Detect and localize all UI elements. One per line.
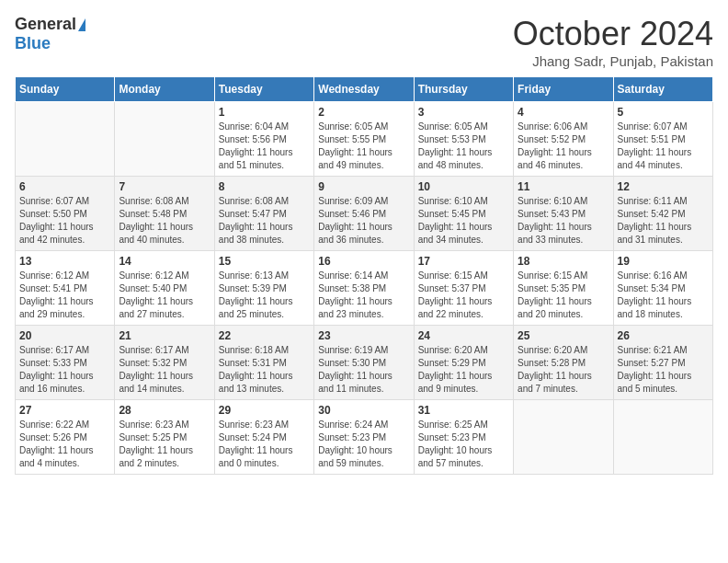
day-info: Sunrise: 6:23 AM Sunset: 5:25 PM Dayligh… (119, 419, 210, 470)
calendar-cell: 7Sunrise: 6:08 AM Sunset: 5:48 PM Daylig… (115, 177, 214, 251)
calendar-week-row: 27Sunrise: 6:22 AM Sunset: 5:26 PM Dayli… (16, 400, 713, 475)
day-info: Sunrise: 6:24 AM Sunset: 5:23 PM Dayligh… (318, 419, 409, 470)
day-number: 16 (318, 255, 409, 268)
day-number: 11 (518, 180, 609, 193)
day-info: Sunrise: 6:04 AM Sunset: 5:56 PM Dayligh… (219, 121, 310, 172)
calendar-cell: 17Sunrise: 6:15 AM Sunset: 5:37 PM Dayli… (414, 251, 513, 326)
logo-triangle-icon (78, 18, 85, 31)
calendar-cell: 27Sunrise: 6:22 AM Sunset: 5:26 PM Dayli… (16, 400, 115, 475)
calendar-header-friday: Friday (514, 77, 613, 102)
day-info: Sunrise: 6:17 AM Sunset: 5:33 PM Dayligh… (19, 344, 110, 396)
day-number: 4 (518, 106, 609, 119)
day-number: 15 (219, 255, 310, 268)
month-title: October 2024 (513, 15, 713, 53)
day-number: 9 (318, 180, 409, 193)
day-info: Sunrise: 6:17 AM Sunset: 5:32 PM Dayligh… (119, 344, 210, 396)
day-number: 6 (19, 180, 110, 193)
day-number: 13 (19, 255, 110, 268)
day-number: 29 (219, 404, 310, 417)
day-number: 12 (618, 180, 709, 193)
day-number: 18 (518, 255, 609, 268)
day-number: 24 (418, 329, 509, 342)
calendar-cell: 11Sunrise: 6:10 AM Sunset: 5:43 PM Dayli… (514, 177, 613, 251)
calendar-cell: 21Sunrise: 6:17 AM Sunset: 5:32 PM Dayli… (115, 326, 214, 400)
day-number: 3 (418, 106, 509, 119)
page-header: General Blue October 2024 Jhang Sadr, Pu… (15, 15, 713, 69)
calendar-week-row: 20Sunrise: 6:17 AM Sunset: 5:33 PM Dayli… (16, 326, 713, 400)
day-info: Sunrise: 6:08 AM Sunset: 5:48 PM Dayligh… (119, 195, 210, 247)
day-number: 19 (618, 255, 709, 268)
day-info: Sunrise: 6:20 AM Sunset: 5:28 PM Dayligh… (518, 344, 609, 396)
day-info: Sunrise: 6:25 AM Sunset: 5:23 PM Dayligh… (418, 419, 509, 470)
day-number: 20 (19, 329, 110, 342)
day-number: 14 (119, 255, 210, 268)
day-info: Sunrise: 6:10 AM Sunset: 5:45 PM Dayligh… (418, 195, 509, 247)
calendar-cell: 18Sunrise: 6:15 AM Sunset: 5:35 PM Dayli… (514, 251, 613, 326)
day-info: Sunrise: 6:10 AM Sunset: 5:43 PM Dayligh… (518, 195, 609, 247)
calendar-cell: 12Sunrise: 6:11 AM Sunset: 5:42 PM Dayli… (613, 177, 712, 251)
calendar-cell: 5Sunrise: 6:07 AM Sunset: 5:51 PM Daylig… (613, 102, 712, 177)
calendar-cell: 14Sunrise: 6:12 AM Sunset: 5:40 PM Dayli… (115, 251, 214, 326)
day-number: 1 (219, 106, 310, 119)
day-number: 10 (418, 180, 509, 193)
day-info: Sunrise: 6:12 AM Sunset: 5:41 PM Dayligh… (19, 270, 110, 321)
calendar-cell (16, 102, 115, 177)
calendar-cell: 15Sunrise: 6:13 AM Sunset: 5:39 PM Dayli… (214, 251, 313, 326)
calendar-cell: 23Sunrise: 6:19 AM Sunset: 5:30 PM Dayli… (314, 326, 414, 400)
day-info: Sunrise: 6:19 AM Sunset: 5:30 PM Dayligh… (318, 344, 409, 396)
calendar-week-row: 13Sunrise: 6:12 AM Sunset: 5:41 PM Dayli… (16, 251, 713, 326)
day-info: Sunrise: 6:13 AM Sunset: 5:39 PM Dayligh… (219, 270, 310, 321)
day-number: 17 (418, 255, 509, 268)
day-info: Sunrise: 6:15 AM Sunset: 5:35 PM Dayligh… (518, 270, 609, 321)
calendar-cell: 20Sunrise: 6:17 AM Sunset: 5:33 PM Dayli… (16, 326, 115, 400)
calendar-header-thursday: Thursday (414, 77, 513, 102)
calendar-table: SundayMondayTuesdayWednesdayThursdayFrid… (15, 76, 713, 475)
calendar-cell (514, 400, 613, 475)
day-info: Sunrise: 6:05 AM Sunset: 5:55 PM Dayligh… (318, 121, 409, 172)
calendar-cell: 24Sunrise: 6:20 AM Sunset: 5:29 PM Dayli… (414, 326, 513, 400)
day-info: Sunrise: 6:05 AM Sunset: 5:53 PM Dayligh… (418, 121, 509, 172)
calendar-cell: 29Sunrise: 6:23 AM Sunset: 5:24 PM Dayli… (214, 400, 313, 475)
calendar-cell: 30Sunrise: 6:24 AM Sunset: 5:23 PM Dayli… (314, 400, 414, 475)
day-number: 21 (119, 329, 210, 342)
calendar-cell: 16Sunrise: 6:14 AM Sunset: 5:38 PM Dayli… (314, 251, 414, 326)
calendar-header-row: SundayMondayTuesdayWednesdayThursdayFrid… (16, 77, 713, 102)
day-info: Sunrise: 6:22 AM Sunset: 5:26 PM Dayligh… (19, 419, 110, 470)
logo: General Blue (15, 15, 85, 53)
calendar-cell: 4Sunrise: 6:06 AM Sunset: 5:52 PM Daylig… (514, 102, 613, 177)
calendar-header-wednesday: Wednesday (314, 77, 414, 102)
calendar-cell: 28Sunrise: 6:23 AM Sunset: 5:25 PM Dayli… (115, 400, 214, 475)
calendar-cell (613, 400, 712, 475)
day-info: Sunrise: 6:21 AM Sunset: 5:27 PM Dayligh… (618, 344, 709, 396)
day-number: 8 (219, 180, 310, 193)
calendar-week-row: 1Sunrise: 6:04 AM Sunset: 5:56 PM Daylig… (16, 102, 713, 177)
calendar-cell: 25Sunrise: 6:20 AM Sunset: 5:28 PM Dayli… (514, 326, 613, 400)
day-number: 7 (119, 180, 210, 193)
calendar-cell: 1Sunrise: 6:04 AM Sunset: 5:56 PM Daylig… (214, 102, 313, 177)
logo-general-text: General (15, 15, 76, 34)
day-info: Sunrise: 6:15 AM Sunset: 5:37 PM Dayligh… (418, 270, 509, 321)
day-info: Sunrise: 6:16 AM Sunset: 5:34 PM Dayligh… (618, 270, 709, 321)
calendar-header-monday: Monday (115, 77, 214, 102)
calendar-cell: 22Sunrise: 6:18 AM Sunset: 5:31 PM Dayli… (214, 326, 313, 400)
location-subtitle: Jhang Sadr, Punjab, Pakistan (513, 53, 713, 69)
calendar-cell: 26Sunrise: 6:21 AM Sunset: 5:27 PM Dayli… (613, 326, 712, 400)
logo-blue-text: Blue (15, 34, 51, 53)
day-number: 28 (119, 404, 210, 417)
day-info: Sunrise: 6:09 AM Sunset: 5:46 PM Dayligh… (318, 195, 409, 247)
day-info: Sunrise: 6:08 AM Sunset: 5:47 PM Dayligh… (219, 195, 310, 247)
day-info: Sunrise: 6:18 AM Sunset: 5:31 PM Dayligh… (219, 344, 310, 396)
title-section: October 2024 Jhang Sadr, Punjab, Pakista… (513, 15, 713, 69)
day-info: Sunrise: 6:20 AM Sunset: 5:29 PM Dayligh… (418, 344, 509, 396)
day-info: Sunrise: 6:14 AM Sunset: 5:38 PM Dayligh… (318, 270, 409, 321)
calendar-cell: 13Sunrise: 6:12 AM Sunset: 5:41 PM Dayli… (16, 251, 115, 326)
day-number: 31 (418, 404, 509, 417)
day-info: Sunrise: 6:11 AM Sunset: 5:42 PM Dayligh… (618, 195, 709, 247)
calendar-cell: 6Sunrise: 6:07 AM Sunset: 5:50 PM Daylig… (16, 177, 115, 251)
calendar-cell: 31Sunrise: 6:25 AM Sunset: 5:23 PM Dayli… (414, 400, 513, 475)
day-number: 30 (318, 404, 409, 417)
day-number: 2 (318, 106, 409, 119)
calendar-cell: 2Sunrise: 6:05 AM Sunset: 5:55 PM Daylig… (314, 102, 414, 177)
calendar-header-tuesday: Tuesday (214, 77, 313, 102)
day-info: Sunrise: 6:07 AM Sunset: 5:51 PM Dayligh… (618, 121, 709, 172)
